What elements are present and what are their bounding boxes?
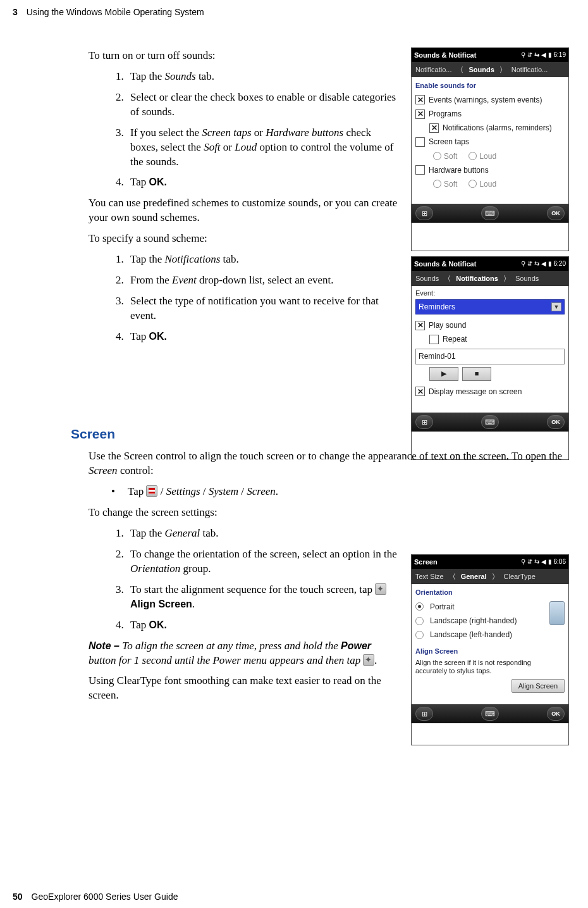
note: Note – To align the screen at any time, … [89, 639, 398, 668]
screen-intro: Use the Screen control to align the touc… [89, 449, 569, 478]
book-title: GeoExplorer 6000 Series User Guide [32, 892, 178, 902]
step: Tap OK. [126, 330, 398, 344]
running-header: 3Using the Windows Mobile Operating Syst… [13, 6, 569, 18]
page-number: 50 [13, 892, 23, 902]
align-icon [375, 583, 386, 595]
start-flag-icon [146, 485, 157, 497]
chapter-number: 3 [13, 7, 18, 17]
step: From the Event drop-down list, select an… [126, 273, 398, 288]
step: To start the alignment sequence for the … [126, 583, 398, 612]
open-screen-bullet: Tap / Settings / System / Screen. [89, 485, 398, 499]
para-predefined: You can use predefined schemes to custom… [89, 196, 398, 225]
chapter-title: Using the Windows Mobile Operating Syste… [27, 7, 204, 17]
bullet: Tap / Settings / System / Screen. [125, 485, 398, 499]
intro-sounds: To turn on or turn off sounds: [89, 49, 398, 63]
page: 3Using the Windows Mobile Operating Syst… [0, 0, 588, 908]
align-icon [363, 654, 374, 666]
screen-heading: Screen [71, 425, 569, 443]
step: Select or clear the check boxes to enabl… [126, 90, 398, 120]
intro-screen-settings: To change the screen settings: [89, 506, 398, 520]
step: To change the orientation of the screen,… [126, 547, 398, 576]
step: Tap the Sounds tab. [126, 70, 398, 84]
screen-steps: Tap the General tab. To change the orien… [89, 526, 398, 633]
ok-button[interactable]: OK [547, 707, 565, 721]
step: Tap OK. [126, 175, 398, 190]
device-navbar: ⊞ ⌨ OK [412, 704, 568, 723]
step: Tap the General tab. [126, 526, 398, 541]
sounds-steps: Tap the Sounds tab. Select or clear the … [89, 70, 398, 190]
keyboard-button[interactable]: ⌨ [481, 707, 499, 721]
step: Tap the Notifications tab. [126, 252, 398, 267]
step: Select the type of notification you want… [126, 294, 398, 323]
intro-scheme: To specify a sound scheme: [89, 232, 398, 246]
step: If you select the Screen taps or Hardwar… [126, 126, 398, 170]
step: Tap OK. [126, 618, 398, 633]
cleartype-para: Using ClearType font smoothing can make … [89, 674, 398, 703]
start-button[interactable]: ⊞ [415, 707, 433, 721]
footer: 50GeoExplorer 6000 Series User Guide [13, 891, 178, 903]
scheme-steps: Tap the Notifications tab. From the Even… [89, 252, 398, 344]
main-content: To turn on or turn off sounds: Tap the S… [89, 49, 569, 703]
